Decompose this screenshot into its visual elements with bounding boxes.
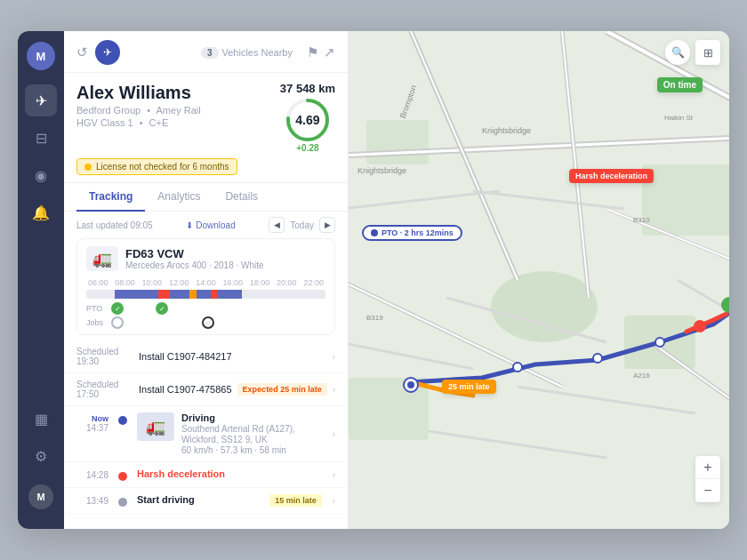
- harsh-decel-badge: Harsh deceleration: [569, 169, 654, 183]
- sidebar-item-bell[interactable]: 🔔: [25, 196, 57, 228]
- svg-point-3: [491, 271, 598, 342]
- job-row-2[interactable]: Scheduled 17:50 Install C1907-475865 Exp…: [64, 373, 348, 406]
- prev-date-button[interactable]: ◀: [269, 217, 285, 233]
- avatar[interactable]: M: [27, 42, 55, 70]
- map-svg: A4 Knightsbridge Knightsbridge Brompton …: [349, 31, 729, 529]
- driver-score: 4.69: [295, 113, 319, 127]
- map-zoom-controls: + −: [695, 456, 720, 502]
- sidebar-item-settings[interactable]: ⚙: [25, 440, 57, 472]
- tab-analytics[interactable]: Analytics: [145, 183, 213, 212]
- sidebar-nav: M ✈ ⊟ ◉ 🔔 ▦ ⚙ M: [18, 31, 64, 529]
- layers-icon: ⊞: [703, 46, 713, 60]
- job-name-2: Install C1907-475865: [139, 384, 237, 395]
- date-label: Today: [290, 220, 314, 230]
- svg-point-12: [593, 354, 602, 363]
- activity-time-now: Now 14:37: [76, 412, 108, 433]
- next-date-button[interactable]: ▶: [319, 217, 335, 233]
- vehicle-model: Mercedes Arocs 400 · 2018 · White: [125, 260, 264, 270]
- driver-name: Alex Williams: [76, 82, 201, 103]
- activity-image-1: 🚛: [137, 412, 174, 441]
- driver-top: Alex Williams Bedford Group • Amey Rail …: [76, 82, 335, 153]
- flag-icon[interactable]: ⚑: [307, 44, 318, 60]
- on-time-badge: On time: [657, 77, 703, 92]
- vehicle-plate: FD63 VCW: [125, 247, 264, 260]
- activity-row-3[interactable]: 13:49 Start driving 15 min late ›: [64, 488, 348, 514]
- map-area[interactable]: A4 Knightsbridge Knightsbridge Brompton …: [349, 31, 729, 529]
- tab-tracking[interactable]: Tracking: [76, 183, 145, 212]
- jobs-row: Jobs ○: [86, 316, 325, 329]
- activity-badge-3: 15 min late: [269, 494, 322, 507]
- sidebar-item-layers[interactable]: ⊟: [25, 122, 57, 154]
- vehicle-count: 3: [201, 47, 219, 59]
- pto-dots: ✓ ✓: [111, 302, 325, 315]
- activity-time-2: 14:28: [76, 468, 108, 480]
- pto-row: PTO ✓ ✓: [86, 302, 325, 315]
- late-badge: 25 min late: [442, 380, 496, 394]
- svg-point-14: [694, 320, 706, 332]
- svg-point-9: [407, 381, 414, 388]
- license-dot: [84, 164, 92, 171]
- download-button[interactable]: ⬇ Download: [186, 220, 235, 230]
- vehicle-info: FD63 VCW Mercedes Arocs 400 · 2018 · Whi…: [125, 247, 264, 270]
- truck-icon: 🚛: [86, 246, 118, 271]
- activity-sub-3: 60 km/h · 57.3 km · 58 min: [181, 445, 325, 455]
- score-delta: +0.28: [296, 143, 318, 153]
- panel-tabs: Tracking Analytics Details: [64, 183, 348, 212]
- activity-title-3: Start driving: [137, 494, 262, 505]
- tab-details[interactable]: Details: [213, 183, 270, 212]
- zoom-out-button[interactable]: −: [695, 479, 720, 502]
- map-layers-button[interactable]: ⊞: [695, 40, 720, 65]
- activity-row-2[interactable]: 14:28 Harsh deceleration ›: [64, 462, 348, 488]
- activity-time-3: 13:49: [76, 494, 108, 506]
- activity-content-2: Harsh deceleration: [137, 468, 325, 479]
- search-icon: 🔍: [671, 46, 685, 59]
- tracking-content: Last updated 09:05 ⬇ Download ◀ Today ▶ …: [64, 212, 348, 529]
- sidebar-item-grid[interactable]: ▦: [25, 403, 57, 435]
- date-nav: ◀ Today ▶: [269, 217, 335, 233]
- sidebar-item-tracking[interactable]: ✈: [25, 84, 57, 116]
- pto-map-badge: PTO · 2 hrs 12mins: [362, 225, 462, 241]
- chevron-icon-4: ›: [333, 470, 335, 480]
- tracking-toolbar: Last updated 09:05 ⬇ Download ◀ Today ▶: [64, 212, 348, 238]
- svg-point-13: [655, 338, 664, 347]
- job-dot-2: ○: [202, 316, 214, 329]
- download-icon: ⬇: [186, 220, 193, 230]
- activity-dot-2: [116, 468, 130, 481]
- vehicle-header: 🚛 FD63 VCW Mercedes Arocs 400 · 2018 · W…: [86, 246, 325, 271]
- chevron-icon-2: ›: [333, 385, 335, 395]
- user-avatar-bottom[interactable]: M: [28, 484, 53, 509]
- job-time-2: Scheduled 17:50: [76, 380, 139, 399]
- jobs-label: Jobs: [86, 318, 111, 327]
- timeline-bar: [86, 290, 325, 299]
- svg-text:B319: B319: [366, 314, 383, 322]
- driver-hgv: HGV Class 1 • C+E: [76, 117, 201, 128]
- activity-row-1[interactable]: Now 14:37 🚛 Driving Southend Arterial Rd…: [64, 406, 348, 462]
- activity-sub-2: Wickford, SS12 9, UK: [181, 435, 325, 444]
- back-button[interactable]: ↺: [76, 44, 88, 60]
- share-icon[interactable]: ↗: [324, 44, 335, 60]
- activity-title-2: Harsh deceleration: [137, 468, 325, 479]
- app-container: M ✈ ⊟ ◉ 🔔 ▦ ⚙ M ↺ ✈ 3 Vehicles Nearby ⚑ …: [18, 31, 729, 529]
- svg-text:Knightsbridge: Knightsbridge: [482, 126, 531, 135]
- chevron-icon-1: ›: [333, 352, 335, 362]
- vehicle-card: 🚛 FD63 VCW Mercedes Arocs 400 · 2018 · W…: [76, 238, 335, 335]
- panel: ↺ ✈ 3 Vehicles Nearby ⚑ ↗ Alex Williams …: [64, 31, 349, 529]
- zoom-in-button[interactable]: +: [695, 456, 720, 479]
- sidebar-item-alert[interactable]: ◉: [25, 159, 57, 191]
- svg-text:A216: A216: [633, 372, 650, 380]
- license-badge: License not checked for 6 months: [76, 158, 237, 175]
- chevron-icon-5: ›: [333, 496, 335, 506]
- driver-name-block: Alex Williams Bedford Group • Amey Rail …: [76, 82, 201, 128]
- job-badge-2: Expected 25 min late: [237, 383, 327, 396]
- map-search-button[interactable]: 🔍: [665, 40, 690, 65]
- activity-title-1: Driving: [181, 412, 325, 423]
- pto-label: PTO: [86, 304, 111, 313]
- activity-sub-1: Southend Arterial Rd (A127),: [181, 424, 325, 434]
- timeline-hours: 06:00 08:00 10:00 12:00 14:00 16:00 18:0…: [86, 278, 325, 287]
- svg-text:B310: B310: [633, 216, 650, 224]
- job-name-1: Install C1907-484217: [139, 351, 327, 362]
- svg-point-11: [513, 363, 522, 372]
- job-row-1[interactable]: Scheduled 19:30 Install C1907-484217 ›: [64, 340, 348, 373]
- svg-text:Halkin St: Halkin St: [664, 114, 694, 122]
- driver-score-wrap: 37 548 km 4.69 +0.28: [280, 82, 335, 153]
